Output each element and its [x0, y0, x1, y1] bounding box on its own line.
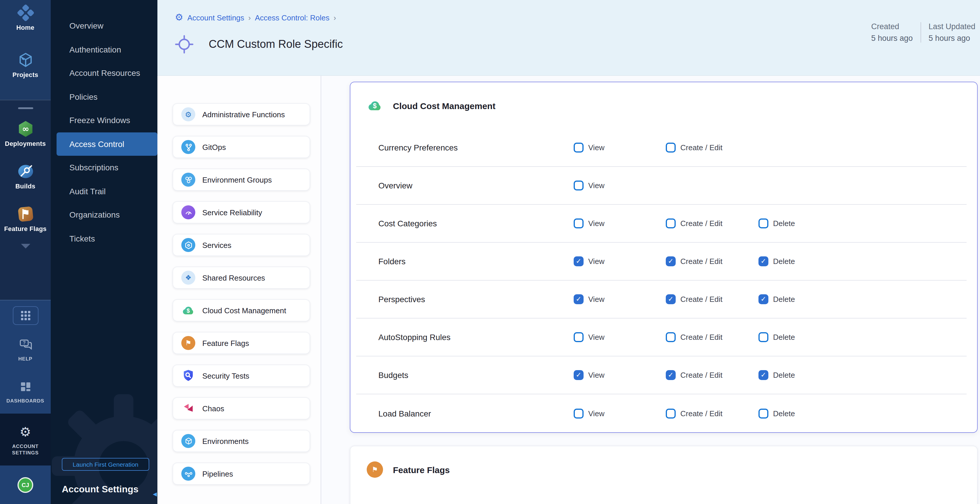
- resource-group-pipelines[interactable]: Pipelines: [173, 463, 310, 485]
- permission-label: Delete: [773, 409, 795, 418]
- gear-icon: ⚙: [16, 423, 35, 442]
- resource-group-administrative-functions[interactable]: ⚙Administrative Functions: [173, 103, 310, 125]
- chevron-down-icon[interactable]: [21, 244, 30, 249]
- resource-group-label: Environments: [202, 437, 249, 445]
- environments-icon: [181, 434, 195, 448]
- rail-item-builds[interactable]: Builds: [0, 162, 51, 190]
- admin-functions-icon: ⚙: [181, 107, 195, 121]
- rail-item-projects[interactable]: Projects: [0, 51, 51, 78]
- create-edit-checkbox[interactable]: [666, 143, 676, 153]
- rail-item-dashboards[interactable]: DASHBOARDS: [0, 377, 51, 404]
- nav-item-overview[interactable]: Overview: [51, 14, 158, 38]
- resource-group-service-reliability[interactable]: Service Reliability: [173, 201, 310, 223]
- view-checkbox[interactable]: [574, 219, 584, 228]
- create-edit-checkbox[interactable]: [666, 332, 676, 342]
- nav-item-access-control[interactable]: Access Control: [57, 132, 158, 156]
- permission-create-edit-option: Create / Edit: [666, 408, 722, 418]
- breadcrumb-separator: ›: [334, 13, 336, 22]
- permission-row-budgets: Budgets✓View✓Create / Edit✓Delete: [356, 356, 967, 394]
- rail-item-deployments[interactable]: ∞Deployments: [0, 120, 51, 147]
- feature-flags-icon: [16, 205, 35, 223]
- permission-row-autostopping-rules: AutoStopping RulesViewCreate / EditDelet…: [356, 319, 967, 356]
- module-picker-button[interactable]: [13, 306, 38, 325]
- view-checkbox[interactable]: ✓: [574, 294, 584, 304]
- app-root: HomeProjects ∞DeploymentsBuildsFeature F…: [0, 0, 980, 504]
- nav-item-audit-trail[interactable]: Audit Trail: [51, 179, 158, 203]
- permission-label: View: [588, 257, 605, 266]
- rail-item-label: Feature Flags: [4, 225, 47, 232]
- permissions-card: $ Cloud Cost Management Currency Prefere…: [350, 82, 978, 433]
- module-rail: HomeProjects ∞DeploymentsBuildsFeature F…: [0, 0, 51, 504]
- resource-group-label: Security Tests: [202, 371, 249, 380]
- permission-view-option: View: [574, 180, 605, 190]
- create-edit-checkbox[interactable]: ✓: [666, 294, 676, 304]
- resource-group-gitops[interactable]: GitOps: [173, 136, 310, 158]
- resource-group-services[interactable]: Services: [173, 234, 310, 256]
- breadcrumb-account-settings[interactable]: Account Settings: [188, 13, 244, 22]
- nav-item-freeze-windows[interactable]: Freeze Windows: [51, 108, 158, 132]
- grid-icon: [20, 310, 30, 321]
- last-updated-block: Last Updated 5 hours ago: [928, 22, 975, 43]
- nav-item-policies[interactable]: Policies: [51, 85, 158, 108]
- nav-item-organizations[interactable]: Organizations: [51, 203, 158, 226]
- delete-checkbox[interactable]: ✓: [759, 370, 768, 380]
- resource-group-environment-groups[interactable]: Environment Groups: [173, 169, 310, 191]
- permission-label: View: [588, 333, 605, 341]
- nav-item-authentication[interactable]: Authentication: [51, 38, 158, 61]
- delete-checkbox[interactable]: [759, 219, 768, 228]
- view-checkbox[interactable]: [574, 143, 584, 153]
- resource-group-label: GitOps: [202, 143, 226, 152]
- rail-item-account-settings[interactable]: ⚙ACCOUNTSETTINGS: [12, 423, 38, 456]
- permission-resource-label: Budgets: [379, 370, 408, 380]
- permission-view-option: View: [574, 143, 605, 153]
- rail-section-pinned: HomeProjects: [0, 0, 51, 100]
- launch-first-generation-button[interactable]: Launch First Generation: [62, 458, 149, 471]
- drag-handle-icon[interactable]: [18, 107, 33, 109]
- rail-section-modules: ∞DeploymentsBuildsFeature Flags: [0, 100, 51, 300]
- permission-delete-option: ✓Delete: [759, 256, 795, 266]
- permission-resource-label: Overview: [379, 181, 412, 190]
- permission-view-option: ✓View: [574, 294, 605, 304]
- create-edit-checkbox[interactable]: ✓: [666, 370, 676, 380]
- resource-group-feature-flags[interactable]: ⚑Feature Flags: [173, 332, 310, 354]
- resource-group-security-tests[interactable]: Security Tests: [173, 365, 310, 387]
- svg-text:∞: ∞: [22, 124, 29, 134]
- delete-checkbox[interactable]: ✓: [759, 256, 768, 266]
- permission-resource-label: Folders: [379, 257, 406, 266]
- rail-item-feature-flags[interactable]: Feature Flags: [0, 205, 51, 232]
- create-edit-checkbox[interactable]: [666, 408, 676, 418]
- sidenav-title: Account Settings: [62, 484, 138, 494]
- nav-item-tickets[interactable]: Tickets: [51, 226, 158, 250]
- feature-flags-card-header: ⚑ Feature Flags: [350, 446, 977, 493]
- pipelines-icon: [181, 467, 195, 481]
- rail-item-help[interactable]: ?HELP: [0, 335, 51, 362]
- resource-group-environments[interactable]: Environments: [173, 430, 310, 452]
- permission-label: Delete: [773, 257, 795, 266]
- view-checkbox[interactable]: ✓: [574, 256, 584, 266]
- breadcrumb-access-control-roles[interactable]: Access Control: Roles: [255, 13, 330, 22]
- view-checkbox[interactable]: [574, 332, 584, 342]
- collapse-sidenav-icon[interactable]: ◀: [153, 491, 157, 497]
- create-edit-checkbox[interactable]: ✓: [666, 256, 676, 266]
- delete-checkbox[interactable]: ✓: [759, 294, 768, 304]
- permission-delete-option: Delete: [759, 219, 795, 228]
- delete-checkbox[interactable]: [759, 408, 768, 418]
- view-checkbox[interactable]: [574, 408, 584, 418]
- permission-label: View: [588, 181, 605, 190]
- user-avatar[interactable]: CJ: [18, 477, 33, 493]
- permission-delete-option: ✓Delete: [759, 294, 795, 304]
- view-checkbox[interactable]: [574, 180, 584, 190]
- resource-group-cloud-cost-management[interactable]: $Cloud Cost Management: [173, 299, 310, 321]
- resource-group-chaos[interactable]: Chaos: [173, 397, 310, 419]
- delete-checkbox[interactable]: [759, 332, 768, 342]
- permission-label: Delete: [773, 219, 795, 228]
- resource-group-shared-resources[interactable]: ❖Shared Resources: [173, 266, 310, 289]
- rail-item-home[interactable]: Home: [0, 3, 51, 31]
- permission-label: Create / Edit: [680, 219, 722, 228]
- resource-group-label: Environment Groups: [202, 175, 272, 184]
- nav-item-account-resources[interactable]: Account Resources: [51, 61, 158, 85]
- last-updated-label: Last Updated: [928, 22, 975, 31]
- nav-item-subscriptions[interactable]: Subscriptions: [51, 156, 158, 179]
- create-edit-checkbox[interactable]: [666, 219, 676, 228]
- view-checkbox[interactable]: ✓: [574, 370, 584, 380]
